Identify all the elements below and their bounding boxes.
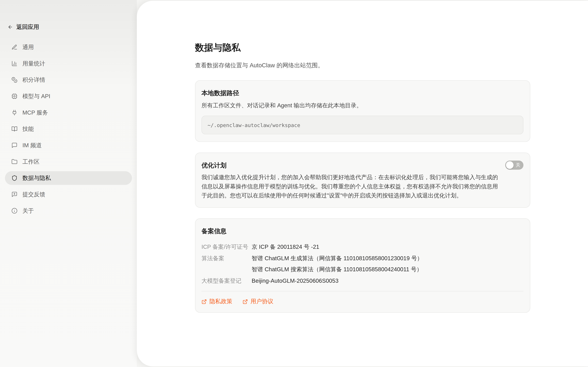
coins-icon — [11, 77, 17, 83]
page-title: 数据与隐私 — [195, 42, 530, 54]
filing-row-label: 大模型备案登记 — [201, 275, 252, 286]
chart-column-icon — [11, 60, 17, 67]
card-title: 备案信息 — [201, 226, 524, 236]
sidebar-item-label: 工作区 — [23, 158, 40, 165]
sidebar-item-label: 模型与 API — [23, 93, 50, 100]
sidebar-item-about[interactable]: 关于 — [5, 204, 132, 218]
card-description: 所有工作区文件、对话记录和 Agent 输出均存储在此本地目录。 — [201, 101, 524, 110]
message-square-icon — [11, 142, 17, 148]
filing-row-label — [201, 264, 252, 275]
content: 数据与隐私 查看数据存储位置与 AutoClaw 的网络出站范围。 本地数据路径… — [195, 1, 530, 313]
toggle-knob — [506, 161, 514, 169]
folder-icon — [11, 159, 17, 165]
privacy-policy-link[interactable]: 隐私政策 — [201, 298, 232, 305]
filing-row-value: 智谱 ChatGLM 生成算法（网信算备 1101081058580012300… — [252, 252, 524, 264]
sidebar-item-label: 积分详情 — [23, 76, 45, 83]
external-link-icon — [242, 299, 248, 304]
sidebar: 返回应用 通用 用量统计 积分详情 模型与 API MCP 服务 — [0, 0, 137, 367]
back-to-app-label: 返回应用 — [16, 23, 39, 31]
optimization-plan-card: 优化计划 关 我们诚邀您加入优化提升计划，您的加入会帮助我们更好地迭代产品：在去… — [195, 153, 530, 208]
sidebar-item-feedback[interactable]: 提交反馈 — [5, 188, 132, 201]
toggle-state-label: 关 — [516, 160, 520, 170]
sidebar-item-im-channels[interactable]: IM 频道 — [5, 138, 132, 152]
sidebar-item-models-api[interactable]: 模型与 API — [5, 89, 132, 103]
page-subtitle: 查看数据存储位置与 AutoClaw 的网络出站范围。 — [195, 61, 530, 70]
external-link-icon — [201, 299, 207, 304]
filing-row-label: ICP 备案/许可证号 — [201, 241, 252, 252]
privacy-policy-label: 隐私政策 — [209, 298, 232, 305]
divider — [201, 291, 524, 292]
sidebar-item-label: 提交反馈 — [23, 191, 45, 198]
sidebar-item-credits[interactable]: 积分详情 — [5, 73, 132, 87]
pencil-icon — [11, 44, 17, 50]
filing-row-label: 算法备案 — [201, 252, 252, 264]
filing-info-card: 备案信息 ICP 备案/许可证号 京 ICP 备 20011824 号 -21 … — [195, 218, 530, 313]
optimization-toggle[interactable]: 关 — [505, 160, 524, 170]
sidebar-item-label: 用量统计 — [23, 60, 45, 67]
sidebar-item-label: MCP 服务 — [23, 109, 48, 116]
user-agreement-label: 用户协议 — [250, 298, 273, 305]
book-open-icon — [11, 126, 17, 132]
shield-icon — [11, 175, 17, 181]
user-agreement-link[interactable]: 用户协议 — [242, 298, 273, 305]
settings-window: 返回应用 通用 用量统计 积分详情 模型与 API MCP 服务 — [0, 0, 588, 367]
filing-row-value: Beijing-AutoGLM-20250606S0053 — [252, 275, 524, 286]
filing-row-value: 京 ICP 备 20011824 号 -21 — [252, 241, 524, 252]
main-panel: 数据与隐私 查看数据存储位置与 AutoClaw 的网络出站范围。 本地数据路径… — [137, 1, 588, 366]
card-title: 本地数据路径 — [201, 88, 524, 97]
plug-icon — [11, 110, 17, 116]
policy-links: 隐私政策 用户协议 — [201, 298, 524, 305]
sidebar-item-workspace[interactable]: 工作区 — [5, 155, 132, 169]
back-to-app-button[interactable]: 返回应用 — [8, 22, 39, 32]
sidebar-item-skills[interactable]: 技能 — [5, 122, 132, 136]
sidebar-item-data-privacy[interactable]: 数据与隐私 — [5, 171, 132, 185]
sidebar-item-label: 通用 — [23, 43, 34, 51]
workspace-path-value: ~/.openclaw-autoclaw/workspace — [208, 122, 300, 128]
sidebar-item-mcp-services[interactable]: MCP 服务 — [5, 106, 132, 119]
sidebar-item-label: 数据与隐私 — [23, 174, 51, 182]
sidebar-nav: 通用 用量统计 积分详情 模型与 API MCP 服务 技能 — [5, 40, 132, 220]
message-square-plus-icon — [11, 191, 17, 197]
filing-rows: ICP 备案/许可证号 京 ICP 备 20011824 号 -21 算法备案 … — [201, 241, 524, 286]
card-title: 优化计划 — [201, 160, 227, 170]
sidebar-item-general[interactable]: 通用 — [5, 40, 132, 54]
local-data-path-card: 本地数据路径 所有工作区文件、对话记录和 Agent 输出均存储在此本地目录。 … — [195, 80, 530, 142]
arrow-left-icon — [8, 24, 13, 30]
filing-row-value: 智谱 ChatGLM 搜索算法（网信算备 1101081058580042400… — [252, 264, 524, 275]
cpu-icon — [11, 93, 17, 99]
optimization-description: 我们诚邀您加入优化提升计划，您的加入会帮助我们更好地迭代产品：在去标识化处理后，… — [201, 173, 502, 200]
sidebar-item-label: 技能 — [23, 125, 34, 133]
workspace-path-field[interactable]: ~/.openclaw-autoclaw/workspace — [201, 116, 524, 134]
sidebar-item-label: 关于 — [23, 207, 34, 214]
info-icon — [11, 208, 17, 214]
sidebar-item-usage-stats[interactable]: 用量统计 — [5, 57, 132, 70]
sidebar-item-label: IM 频道 — [23, 142, 42, 149]
